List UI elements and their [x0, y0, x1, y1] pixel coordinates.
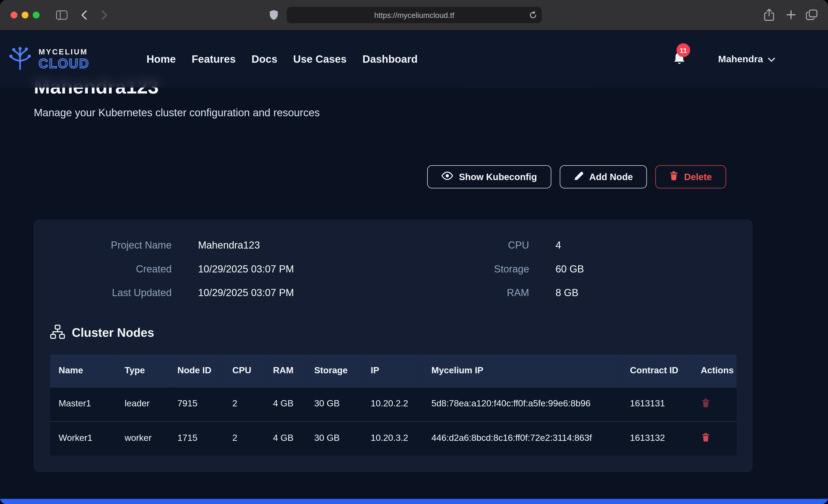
hierarchy-icon — [50, 325, 65, 341]
cluster-details-card: Project Name Mahendra123 CPU 4 Created 1… — [34, 220, 752, 472]
logo-line2: CLOUD — [39, 57, 89, 70]
chevron-down-icon — [768, 53, 775, 65]
cell-type: leader — [116, 387, 169, 421]
back-button-icon[interactable] — [81, 10, 87, 20]
cell-name: Worker1 — [50, 421, 116, 456]
delete-cluster-button[interactable]: Delete — [656, 165, 726, 188]
tab-overview-icon[interactable] — [806, 9, 818, 20]
eye-icon — [442, 171, 453, 182]
browser-chrome: https://myceliumcloud.tf — [0, 0, 828, 31]
show-kubeconfig-label: Show Kubeconfig — [459, 171, 537, 182]
notifications-button[interactable]: 11 — [673, 51, 687, 67]
cell-mycelium-ip: 446:d2a6:8bcd:8c16:ff0f:72e2:3114:863f — [423, 421, 622, 456]
page-subtitle: Manage your Kubernetes cluster configura… — [34, 106, 752, 120]
footer-accent-strip — [0, 499, 828, 504]
trash-icon — [702, 433, 710, 444]
detail-label: Project Name — [50, 239, 172, 252]
nav-item-docs[interactable]: Docs — [252, 53, 277, 65]
url-text: https://myceliumcloud.tf — [374, 11, 454, 19]
forward-button-icon[interactable] — [101, 10, 108, 20]
nav-item-dashboard[interactable]: Dashboard — [362, 53, 418, 65]
detail-label: Storage — [434, 263, 529, 276]
bell-icon — [673, 58, 686, 68]
site-logo[interactable]: MYCELIUM CLOUD — [6, 46, 90, 72]
cell-node-id: 7915 — [169, 387, 224, 421]
cell-cpu: 2 — [224, 421, 264, 456]
scale-root: https://myceliumcloud.tf Mahendra123 Man… — [0, 0, 828, 504]
show-kubeconfig-button[interactable]: Show Kubeconfig — [427, 165, 551, 188]
webpage: Mahendra123 Manage your Kubernetes clust… — [0, 31, 828, 504]
detail-value: 60 GB — [555, 263, 736, 276]
detail-value: Mahendra123 — [198, 239, 408, 252]
window-controls — [10, 12, 40, 18]
pencil-icon — [574, 171, 583, 183]
trash-icon — [670, 171, 678, 183]
detail-label: Created — [50, 263, 172, 276]
cell-contract-id: 1613131 — [622, 387, 693, 421]
close-window-button[interactable] — [10, 12, 17, 18]
detail-label: Last Updated — [50, 287, 172, 299]
delete-node-button[interactable] — [701, 397, 711, 410]
site-header: MYCELIUM CLOUD Home Features Docs Use Ca… — [0, 31, 828, 87]
main-nav: Home Features Docs Use Cases Dashboard — [147, 53, 418, 65]
logo-text: MYCELIUM CLOUD — [39, 48, 89, 70]
column-header: Contract ID — [622, 355, 693, 387]
cluster-nodes-heading: Cluster Nodes — [50, 325, 736, 341]
column-header: Node ID — [169, 355, 224, 387]
zoom-window-button[interactable] — [33, 12, 40, 18]
cell-ip: 10.20.2.2 — [362, 387, 423, 421]
table-row: Master1 leader 7915 2 4 GB 30 GB 10.20.2… — [50, 387, 737, 421]
address-bar[interactable]: https://myceliumcloud.tf — [287, 7, 542, 23]
cell-name: Master1 — [50, 387, 116, 421]
add-node-label: Add Node — [589, 171, 633, 182]
cell-type: worker — [116, 421, 169, 456]
table-row: Worker1 worker 1715 2 4 GB 30 GB 10.20.3… — [50, 421, 737, 456]
cluster-details-grid: Project Name Mahendra123 CPU 4 Created 1… — [50, 239, 736, 299]
detail-label: RAM — [434, 287, 529, 299]
column-header: Type — [116, 355, 169, 387]
column-header: Mycelium IP — [423, 355, 622, 387]
cluster-nodes-table: Name Type Node ID CPU RAM Storage IP Myc… — [50, 355, 737, 456]
delete-node-button[interactable] — [701, 432, 711, 444]
page-content: Mahendra123 Manage your Kubernetes clust… — [34, 76, 752, 472]
nav-item-features[interactable]: Features — [192, 53, 236, 65]
cell-cpu: 2 — [224, 387, 264, 421]
cell-ram: 4 GB — [264, 421, 306, 456]
cluster-toolbar: Show Kubeconfig Add Node Delete — [34, 165, 752, 188]
sidebar-toggle-icon[interactable] — [56, 10, 68, 20]
refresh-icon[interactable] — [529, 11, 537, 21]
user-menu[interactable]: Mahendra — [718, 53, 775, 65]
nav-item-use-cases[interactable]: Use Cases — [293, 53, 347, 65]
cell-contract-id: 1613132 — [622, 421, 693, 456]
notification-count-badge: 11 — [676, 43, 690, 57]
column-header: IP — [362, 355, 423, 387]
cell-ip: 10.20.3.2 — [362, 421, 423, 456]
mycelium-logo-icon — [6, 46, 34, 72]
detail-label: CPU — [434, 239, 529, 252]
cell-storage: 30 GB — [306, 387, 362, 421]
detail-value: 4 — [555, 239, 736, 252]
user-name: Mahendra — [718, 53, 763, 65]
table-header-row: Name Type Node ID CPU RAM Storage IP Myc… — [50, 355, 737, 387]
minimize-window-button[interactable] — [22, 12, 29, 18]
cell-ram: 4 GB — [264, 387, 306, 421]
column-header: Name — [50, 355, 116, 387]
privacy-shield-icon[interactable] — [270, 9, 278, 20]
detail-value: 8 GB — [555, 287, 736, 299]
cell-mycelium-ip: 5d8:78ea:a120:f40c:ff0f:a5fe:99e6:8b96 — [423, 387, 622, 421]
browser-window: https://myceliumcloud.tf Mahendra123 Man… — [0, 0, 828, 504]
nav-item-home[interactable]: Home — [147, 53, 176, 65]
cluster-nodes-title: Cluster Nodes — [72, 326, 154, 340]
column-header: Actions — [692, 355, 737, 387]
detail-value: 10/29/2025 03:07 PM — [198, 287, 408, 299]
detail-value: 10/29/2025 03:07 PM — [198, 263, 408, 276]
logo-line1: MYCELIUM — [39, 48, 89, 56]
cell-node-id: 1715 — [169, 421, 224, 456]
cell-storage: 30 GB — [306, 421, 362, 456]
share-icon[interactable] — [764, 8, 774, 21]
delete-label: Delete — [684, 171, 712, 182]
new-tab-icon[interactable] — [786, 10, 796, 19]
column-header: CPU — [224, 355, 264, 387]
add-node-button[interactable]: Add Node — [560, 165, 647, 188]
column-header: RAM — [264, 355, 306, 387]
